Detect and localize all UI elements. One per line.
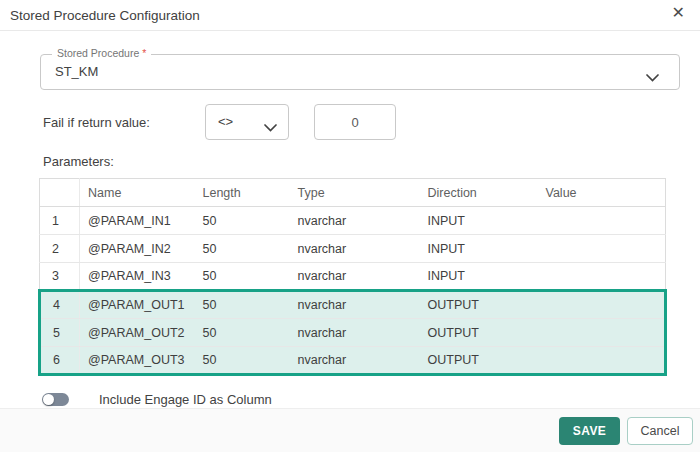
param-type: nvarchar: [290, 263, 420, 291]
engage-id-toggle-row: Include Engage ID as Column: [42, 392, 700, 407]
param-value: [538, 319, 666, 347]
param-type: nvarchar: [290, 319, 420, 347]
param-direction: OUTPUT: [420, 291, 538, 319]
type-column-header: Type: [290, 179, 420, 207]
param-value: [538, 291, 666, 319]
param-length: 50: [195, 347, 290, 375]
param-direction: OUTPUT: [420, 347, 538, 375]
param-length: 50: [195, 263, 290, 291]
param-direction: INPUT: [420, 263, 538, 291]
table-row-selected[interactable]: 4 @PARAM_OUT1 50 nvarchar OUTPUT: [40, 291, 666, 319]
direction-column-header: Direction: [420, 179, 538, 207]
dialog-footer: SAVE Cancel: [0, 408, 700, 452]
engage-id-toggle[interactable]: [42, 393, 69, 406]
param-value: [538, 235, 666, 263]
chevron-down-icon: [264, 118, 277, 136]
fail-condition-row: Fail if return value: <>: [43, 104, 680, 140]
param-type: nvarchar: [290, 235, 420, 263]
chevron-down-icon: [646, 68, 659, 86]
engage-id-toggle-label: Include Engage ID as Column: [99, 392, 272, 407]
toggle-knob: [43, 394, 54, 405]
table-row-selected[interactable]: 5 @PARAM_OUT2 50 nvarchar OUTPUT: [40, 319, 666, 347]
length-column-header: Length: [195, 179, 290, 207]
param-direction: INPUT: [420, 207, 538, 235]
fail-condition-label: Fail if return value:: [43, 115, 205, 130]
cancel-button[interactable]: Cancel: [627, 417, 693, 445]
name-column-header: Name: [80, 179, 195, 207]
param-name: @PARAM_IN2: [80, 235, 195, 263]
param-length: 50: [195, 319, 290, 347]
close-icon[interactable]: ✕: [672, 3, 685, 23]
param-length: 50: [195, 235, 290, 263]
table-header-row: Name Length Type Direction Value: [40, 179, 666, 207]
row-index: 5: [40, 319, 80, 347]
param-name: @PARAM_IN3: [80, 263, 195, 291]
row-index: 4: [40, 291, 80, 319]
param-type: nvarchar: [290, 291, 420, 319]
parameters-label: Parameters:: [43, 154, 700, 169]
param-direction: OUTPUT: [420, 319, 538, 347]
param-name: @PARAM_OUT1: [80, 291, 195, 319]
row-index: 6: [40, 347, 80, 375]
param-type: nvarchar: [290, 347, 420, 375]
table-row[interactable]: 3 @PARAM_IN3 50 nvarchar INPUT: [40, 263, 666, 291]
value-column-header: Value: [538, 179, 666, 207]
operator-value: <>: [218, 105, 233, 139]
table-row[interactable]: 2 @PARAM_IN2 50 nvarchar INPUT: [40, 235, 666, 263]
row-index: 1: [40, 207, 80, 235]
param-direction: INPUT: [420, 235, 538, 263]
param-type: nvarchar: [290, 207, 420, 235]
param-value: [538, 347, 666, 375]
dialog-header: Stored Procedure Configuration ✕: [0, 0, 700, 31]
required-asterisk: *: [142, 47, 146, 59]
param-length: 50: [195, 291, 290, 319]
param-length: 50: [195, 207, 290, 235]
row-index: 2: [40, 235, 80, 263]
param-name: @PARAM_OUT2: [80, 319, 195, 347]
index-column-header: [40, 179, 80, 207]
table-row[interactable]: 1 @PARAM_IN1 50 nvarchar INPUT: [40, 207, 666, 235]
save-button[interactable]: SAVE: [559, 417, 620, 445]
parameters-table: Name Length Type Direction Value 1 @PARA…: [38, 178, 667, 376]
stored-procedure-value: ST_KM: [55, 55, 98, 89]
table-row-selected[interactable]: 6 @PARAM_OUT3 50 nvarchar OUTPUT: [40, 347, 666, 375]
dialog-title: Stored Procedure Configuration: [10, 8, 200, 23]
stored-procedure-select[interactable]: Stored Procedure * ST_KM: [40, 54, 680, 90]
param-name: @PARAM_IN1: [80, 207, 195, 235]
fail-value-input[interactable]: [314, 104, 396, 140]
row-index: 3: [40, 263, 80, 291]
param-value: [538, 207, 666, 235]
param-name: @PARAM_OUT3: [80, 347, 195, 375]
param-value: [538, 263, 666, 291]
operator-dropdown[interactable]: <>: [205, 104, 289, 140]
